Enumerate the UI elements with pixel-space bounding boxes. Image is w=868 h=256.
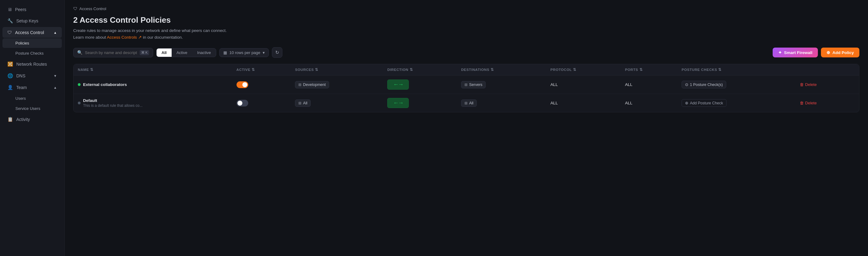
access-controls-link[interactable]: Access Controls ↗ bbox=[107, 35, 142, 40]
col-protocol-sort[interactable]: PROTOCOL ⇅ bbox=[551, 68, 577, 72]
cell-sources: ⊞ All bbox=[291, 94, 383, 112]
sidebar-item-access-control[interactable]: 🛡 Access Control ▲ bbox=[2, 27, 62, 38]
team-icon: 👤 bbox=[7, 85, 13, 90]
table-header-row: NAME ⇅ ACTIVE ⇅ SOURCES ⇅ bbox=[73, 64, 859, 75]
col-destinations-sort[interactable]: DESTINATIONS ⇅ bbox=[461, 68, 494, 72]
direction-arrow: ←→ bbox=[393, 100, 403, 106]
source-tag: ⊞ Development bbox=[295, 81, 329, 88]
delete-button[interactable]: 🗑 Delete bbox=[797, 81, 819, 88]
sidebar-item-label: Team bbox=[16, 85, 27, 90]
smart-firewall-icon: ✦ bbox=[778, 50, 782, 55]
smart-firewall-button[interactable]: ✦ Smart Firewall bbox=[773, 47, 818, 58]
sidebar-item-team[interactable]: 👤 Team ▲ bbox=[2, 82, 62, 93]
sidebar-sub-item-policies[interactable]: Policies bbox=[2, 38, 62, 48]
sidebar-sub-item-users[interactable]: Users bbox=[2, 94, 62, 103]
posture-check-badge[interactable]: ⊙ 1 Posture Check(s) bbox=[682, 81, 726, 88]
col-sources: SOURCES ⇅ bbox=[291, 64, 383, 75]
col-active: ACTIVE ⇅ bbox=[232, 64, 291, 75]
policy-name: Default bbox=[83, 98, 143, 103]
search-icon: 🔍 bbox=[77, 50, 83, 55]
col-active-sort[interactable]: ACTIVE ⇅ bbox=[237, 68, 255, 72]
col-ports: PORTS ⇅ bbox=[621, 64, 677, 75]
sidebar-item-network-routes[interactable]: 🔀 Network Routes bbox=[2, 59, 62, 70]
search-input[interactable] bbox=[85, 50, 137, 55]
filter-tab-inactive[interactable]: Inactive bbox=[192, 48, 216, 57]
add-policy-button[interactable]: ⊕ Add Policy bbox=[821, 47, 859, 58]
active-toggle[interactable] bbox=[237, 81, 248, 88]
trash-icon: 🗑 bbox=[800, 82, 804, 87]
add-posture-label: Add Posture Check bbox=[690, 101, 723, 105]
setup-keys-icon: 🔧 bbox=[7, 18, 13, 24]
add-posture-icon: ⊕ bbox=[685, 101, 688, 105]
col-posture-sort[interactable]: POSTURE CHECKS ⇅ bbox=[682, 68, 721, 72]
source-label: Development bbox=[303, 82, 326, 87]
chevron-up-icon: ▲ bbox=[54, 31, 57, 34]
policies-table-wrap: NAME ⇅ ACTIVE ⇅ SOURCES ⇅ bbox=[73, 64, 859, 112]
desc-link-suffix: in our documentation. bbox=[142, 35, 183, 40]
refresh-icon: ↻ bbox=[275, 50, 279, 55]
peers-icon: 🖥 bbox=[7, 7, 12, 12]
sort-icon: ⇅ bbox=[573, 68, 577, 72]
tag-icon: ⊞ bbox=[298, 101, 302, 105]
sidebar-item-label: Access Control bbox=[15, 30, 44, 35]
sidebar-sub-label: Users bbox=[16, 96, 26, 101]
chevron-down-icon: ▾ bbox=[263, 50, 265, 55]
sidebar-sub-item-posture-checks[interactable]: Posture Checks bbox=[2, 48, 62, 58]
source-label: All bbox=[303, 101, 307, 105]
chevron-up-icon: ▲ bbox=[54, 86, 57, 89]
sidebar-sub-label: Policies bbox=[16, 41, 29, 45]
tag-icon: ⊞ bbox=[464, 101, 467, 105]
sort-icon: ⇅ bbox=[252, 68, 255, 72]
add-posture-check-button[interactable]: ⊕ Add Posture Check bbox=[682, 99, 726, 107]
sidebar-item-activity[interactable]: 📋 Activity bbox=[2, 114, 62, 125]
cell-sources: ⊞ Development bbox=[291, 75, 383, 94]
protocol-value: ALL bbox=[551, 82, 558, 87]
filter-tab-active[interactable]: Active bbox=[172, 48, 192, 57]
rows-per-page-select[interactable]: ▦ 10 rows per page ▾ bbox=[219, 48, 269, 57]
activity-icon: 📋 bbox=[7, 117, 13, 122]
sidebar-item-setup-keys[interactable]: 🔧 Setup Keys bbox=[2, 15, 62, 26]
delete-button[interactable]: 🗑 Delete bbox=[797, 100, 819, 107]
tag-icon: ⊞ bbox=[464, 82, 467, 87]
sidebar-item-dns[interactable]: 🌐 DNS ▼ bbox=[2, 70, 62, 81]
col-destinations: DESTINATIONS ⇅ bbox=[457, 64, 546, 75]
filter-tab-all[interactable]: All bbox=[157, 48, 172, 57]
rows-per-page-label: 10 rows per page bbox=[229, 50, 260, 55]
trash-icon: 🗑 bbox=[800, 101, 804, 105]
cell-name: Default This is a default rule that allo… bbox=[73, 94, 232, 112]
sidebar-sub-item-service-users[interactable]: Service Users bbox=[2, 104, 62, 113]
col-sources-sort[interactable]: SOURCES ⇅ bbox=[295, 68, 318, 72]
network-routes-icon: 🔀 bbox=[7, 61, 13, 67]
protocol-value: ALL bbox=[551, 101, 558, 105]
ports-value: ALL bbox=[625, 101, 632, 105]
direction-arrow: ←→ bbox=[393, 81, 403, 88]
sidebar-item-label: DNS bbox=[16, 73, 26, 78]
cell-delete: 🗑 Delete bbox=[793, 75, 859, 94]
sort-icon: ⇅ bbox=[491, 68, 494, 72]
desc-prefix: Create rules to manage access in your ne… bbox=[73, 28, 227, 33]
refresh-button[interactable]: ↻ bbox=[272, 47, 282, 58]
policies-table: NAME ⇅ ACTIVE ⇅ SOURCES ⇅ bbox=[73, 64, 859, 112]
search-kbd: ⌘ K bbox=[140, 50, 149, 55]
search-box[interactable]: 🔍 ⌘ K bbox=[73, 48, 153, 58]
table-row: External collaborators ⊞ Development bbox=[73, 75, 859, 94]
col-name-sort[interactable]: NAME ⇅ bbox=[78, 68, 93, 72]
col-direction-sort[interactable]: DIRECTION ⇅ bbox=[387, 68, 413, 72]
posture-check-icon: ⊙ bbox=[685, 82, 688, 87]
sort-icon: ⇅ bbox=[640, 68, 643, 72]
sidebar-item-label: Peers bbox=[15, 7, 27, 12]
col-direction: DIRECTION ⇅ bbox=[383, 64, 457, 75]
direction-badge: ←→ bbox=[387, 79, 409, 89]
policy-name: External collaborators bbox=[83, 82, 127, 87]
col-actions bbox=[793, 64, 859, 75]
sort-icon: ⇅ bbox=[410, 68, 413, 72]
active-toggle[interactable] bbox=[237, 100, 248, 107]
destination-label: Servers bbox=[469, 82, 482, 87]
sidebar-item-peers[interactable]: 🖥 Peers bbox=[2, 4, 62, 15]
status-dot-inactive bbox=[78, 102, 81, 104]
col-ports-sort[interactable]: PORTS ⇅ bbox=[625, 68, 643, 72]
cell-destinations: ⊞ Servers bbox=[457, 75, 546, 94]
destination-tag: ⊞ All bbox=[461, 100, 477, 107]
cell-protocol: ALL bbox=[546, 75, 621, 94]
ports-value: ALL bbox=[625, 82, 632, 87]
